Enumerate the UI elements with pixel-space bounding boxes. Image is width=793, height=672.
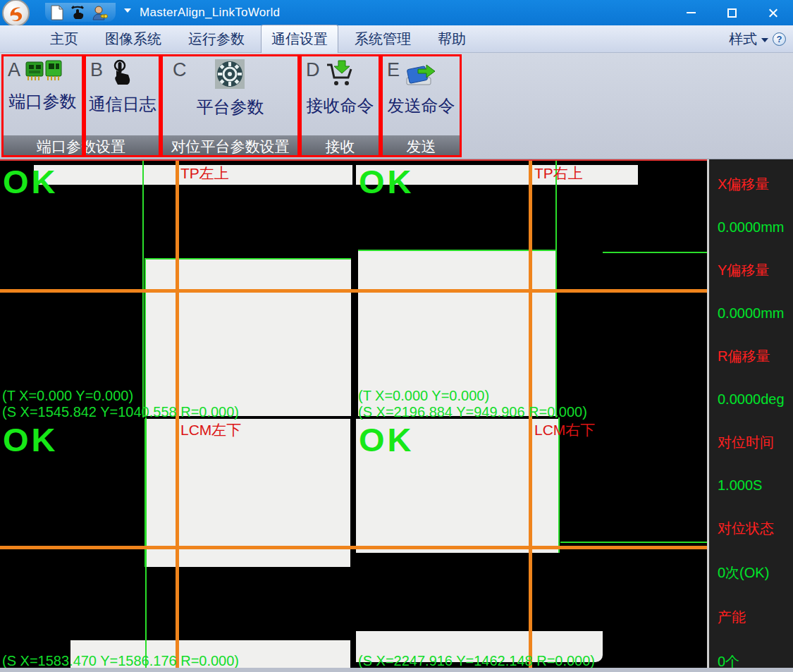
coords-s-bottom-left: (S X=1583.470 Y=1586.176 R=0.000) bbox=[2, 653, 239, 668]
keytip-b: B bbox=[90, 59, 103, 80]
y-offset-label: Y偏移量 bbox=[718, 261, 793, 280]
status-ok-top-left: OK bbox=[3, 162, 59, 201]
quick-access-toolbar bbox=[45, 3, 116, 22]
camera-grid-view: OK TP左上 (T X=0.000 Y=0.000) (S X=1545.84… bbox=[0, 159, 707, 668]
platform-parameters-label: 平台参数 bbox=[163, 96, 297, 118]
orange-crosshair-hline bbox=[0, 546, 707, 549]
port-parameters-label: 端口参数 bbox=[4, 90, 82, 113]
app-logo-icon[interactable] bbox=[2, 0, 30, 27]
tab-image-system[interactable]: 图像系统 bbox=[94, 25, 172, 53]
quick-access-dropdown-icon[interactable] bbox=[124, 8, 131, 13]
coords-t-top-right: (T X=0.000 Y=0.000) bbox=[358, 388, 489, 404]
tab-run-parameters[interactable]: 运行参数 bbox=[178, 25, 255, 53]
window-bottom-border bbox=[0, 668, 793, 672]
menu-bar: 主页 图像系统 运行参数 通信设置 系统管理 帮助 样式 ? bbox=[0, 25, 793, 53]
keytip-d: D bbox=[306, 59, 320, 80]
status-ok-bottom-left: OK bbox=[3, 420, 59, 459]
tab-home[interactable]: 主页 bbox=[39, 25, 89, 53]
x-offset-label: X偏移量 bbox=[718, 175, 793, 194]
receive-command-button[interactable]: D 接收命令 bbox=[300, 54, 381, 157]
touch-hand-icon bbox=[107, 59, 135, 86]
capacity-label: 产能 bbox=[718, 608, 793, 627]
tab-system-management[interactable]: 系统管理 bbox=[344, 25, 422, 53]
camera-label-tp-top-right: TP右上 bbox=[534, 164, 583, 183]
logo-swirl-icon bbox=[6, 4, 26, 23]
maximize-button[interactable] bbox=[711, 0, 752, 25]
orange-crosshair-hline bbox=[0, 289, 707, 293]
new-document-icon[interactable] bbox=[51, 5, 63, 20]
port-parameters-button[interactable]: A 端口参数 bbox=[1, 54, 84, 157]
communication-log-button[interactable]: B 通信日志 bbox=[84, 54, 161, 157]
window-title: MasterAlign_LinkToWorld bbox=[140, 6, 280, 20]
minimize-button[interactable] bbox=[670, 0, 711, 25]
style-dropdown-icon[interactable] bbox=[761, 38, 768, 42]
tab-help[interactable]: 帮助 bbox=[427, 25, 477, 53]
y-offset-value: 0.0000mm bbox=[718, 305, 793, 322]
ribbon-toolbar: 端口参数设置 对位平台参数设置 接收 发送 A 端口参数 bbox=[0, 53, 793, 159]
cart-receive-icon bbox=[324, 59, 354, 87]
circuit-board-icon bbox=[25, 59, 63, 83]
coords-s-top-left: (S X=1545.842 Y=1040.558 R=0.000) bbox=[2, 404, 239, 420]
tab-communication-settings[interactable]: 通信设置 bbox=[261, 25, 338, 53]
close-button[interactable] bbox=[752, 0, 793, 25]
maximize-icon bbox=[727, 8, 737, 18]
green-crosshair-hline bbox=[603, 252, 707, 253]
style-menu[interactable]: 样式 bbox=[729, 30, 757, 49]
green-crosshair-vline bbox=[145, 417, 147, 668]
gesture-icon[interactable] bbox=[70, 5, 85, 20]
camera-label-lcm-bottom-right: LCM右下 bbox=[534, 420, 595, 440]
platform-parameters-button[interactable]: C 平台参数 bbox=[161, 54, 300, 157]
align-status-value: 0次(OK) bbox=[718, 563, 793, 582]
camera-label-lcm-bottom-left: LCM左下 bbox=[180, 420, 241, 440]
keytip-a: A bbox=[8, 59, 20, 80]
communication-log-label: 通信日志 bbox=[86, 93, 159, 116]
result-sidebar: X偏移量 0.0000mm Y偏移量 0.0000mm R偏移量 0.0000d… bbox=[707, 159, 793, 668]
send-arrow-icon bbox=[404, 59, 435, 87]
x-offset-value: 0.0000mm bbox=[718, 219, 793, 236]
user-key-icon[interactable] bbox=[92, 5, 109, 20]
minimize-icon bbox=[687, 12, 696, 13]
send-command-button[interactable]: E 发送命令 bbox=[381, 54, 462, 157]
align-time-value: 1.000S bbox=[718, 477, 793, 494]
app-window: MasterAlign_LinkToWorld 主页 图像系统 运行参数 通信设… bbox=[0, 0, 793, 672]
r-offset-label: R偏移量 bbox=[718, 347, 793, 366]
keytip-c: C bbox=[173, 59, 187, 80]
gear-icon bbox=[215, 59, 245, 89]
align-time-label: 对位时间 bbox=[718, 433, 793, 452]
r-offset-value: 0.0000deg bbox=[718, 391, 793, 408]
camera-label-tp-top-left: TP左上 bbox=[180, 164, 229, 183]
green-crosshair-hline bbox=[560, 542, 707, 543]
receive-command-label: 接收命令 bbox=[302, 94, 379, 117]
status-ok-top-right: OK bbox=[359, 162, 414, 201]
coords-t-top-left: (T X=0.000 Y=0.000) bbox=[2, 388, 133, 404]
title-bar: MasterAlign_LinkToWorld bbox=[0, 0, 793, 25]
help-question-icon[interactable]: ? bbox=[773, 32, 786, 46]
status-ok-bottom-right: OK bbox=[359, 420, 414, 459]
coords-s-top-right: (S X=2196.884 Y=949.906 R=0.000) bbox=[358, 404, 587, 420]
align-status-label: 对位状态 bbox=[718, 519, 793, 538]
keytip-e: E bbox=[387, 59, 400, 80]
coords-s-bottom-right: (S X=2247.916 Y=1462.148 R=0.000) bbox=[358, 653, 595, 668]
send-command-label: 发送命令 bbox=[383, 94, 460, 117]
close-icon bbox=[768, 8, 778, 18]
